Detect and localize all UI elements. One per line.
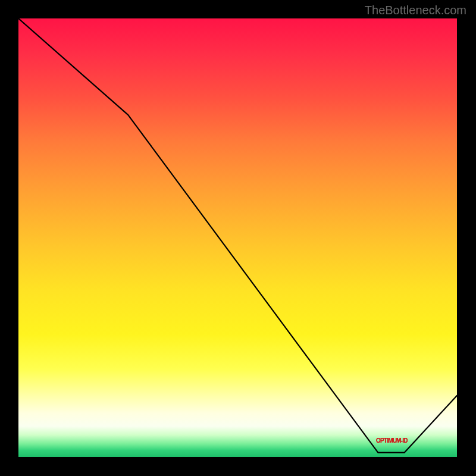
- watermark-text: TheBottleneck.com: [365, 4, 466, 17]
- plot-area: OPTIMUM-ID: [18, 18, 457, 457]
- curve-svg: [18, 18, 457, 457]
- bottleneck-curve-line: [18, 18, 457, 453]
- optimum-marker-label: OPTIMUM-ID: [376, 437, 408, 444]
- chart-frame: TheBottleneck.com OPTIMUM-ID: [0, 0, 476, 476]
